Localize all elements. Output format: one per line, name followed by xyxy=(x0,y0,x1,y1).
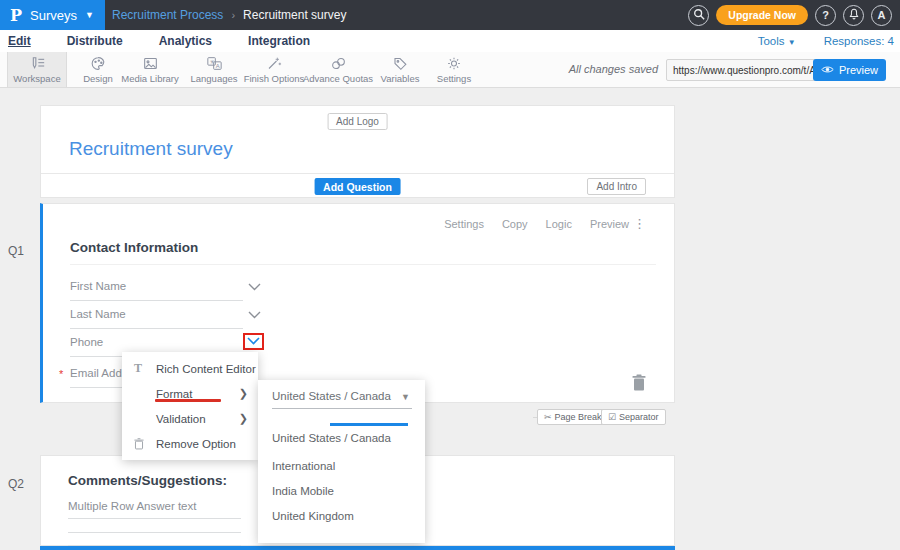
trash-icon xyxy=(134,438,156,450)
caret-down-icon: ▼ xyxy=(788,38,796,47)
field-label-first-name[interactable]: First Name xyxy=(70,280,126,292)
eye-icon xyxy=(821,64,834,76)
format-submenu: United States / Canada ▼ United States /… xyxy=(258,380,425,543)
format-option-us-canada[interactable]: United States / Canada xyxy=(272,432,391,444)
svg-text:A: A xyxy=(215,62,219,68)
bell-icon xyxy=(848,8,860,22)
variables-icon xyxy=(392,56,408,71)
svg-text:✳: ✳ xyxy=(209,58,214,64)
toolbar-item-languages[interactable]: ✳A Languages xyxy=(186,52,242,87)
multirow-answer-placeholder[interactable]: Multiple Row Answer text xyxy=(68,500,196,512)
field-label-phone[interactable]: Phone xyxy=(70,336,103,348)
search-icon xyxy=(693,8,705,22)
required-asterisk: * xyxy=(59,368,63,380)
top-bar: P Surveys ▼ Recruitment Process › Recrui… xyxy=(0,0,900,30)
format-select[interactable]: United States / Canada ▼ xyxy=(272,390,412,409)
toolbar-item-advance-quotas[interactable]: Advance Quotas xyxy=(303,52,373,87)
divider xyxy=(70,264,656,265)
question-preview-link[interactable]: Preview xyxy=(590,218,629,230)
toolbar-item-workspace[interactable]: Workspace xyxy=(7,52,67,87)
field-dropdown-last-name[interactable] xyxy=(248,311,261,319)
survey-url-input[interactable] xyxy=(667,65,816,76)
tab-bar: Edit Distribute Analytics Integration To… xyxy=(0,30,900,52)
finish-options-icon xyxy=(266,56,282,71)
delete-question-icon[interactable] xyxy=(632,374,646,395)
toolbar-item-variables[interactable]: Variables xyxy=(373,52,427,87)
upgrade-now-button[interactable]: Upgrade Now xyxy=(716,5,808,25)
question-copy-link[interactable]: Copy xyxy=(502,218,528,230)
field-underline xyxy=(70,328,243,329)
survey-header-card: Add Logo Recruitment survey Add Question… xyxy=(40,105,675,198)
tab-distribute[interactable]: Distribute xyxy=(67,34,123,48)
toolbar-item-settings[interactable]: Settings xyxy=(428,52,480,87)
divider xyxy=(41,173,674,174)
tab-integration[interactable]: Integration xyxy=(248,34,310,48)
rich-text-icon: T xyxy=(134,361,156,376)
field-label-last-name[interactable]: Last Name xyxy=(70,308,126,320)
focus-indicator xyxy=(330,423,408,426)
add-logo-button[interactable]: Add Logo xyxy=(327,113,388,130)
add-intro-button[interactable]: Add Intro xyxy=(587,178,646,195)
submenu-arrow-icon: ❯ xyxy=(239,387,248,400)
add-question-button[interactable]: Add Question xyxy=(314,178,401,195)
search-button[interactable] xyxy=(688,5,709,26)
breadcrumb-separator: › xyxy=(231,9,235,21)
survey-title[interactable]: Recruitment survey xyxy=(69,138,233,160)
field-underline xyxy=(70,300,243,301)
answer-underline xyxy=(68,532,241,533)
workspace-icon xyxy=(29,56,46,71)
page-break-button[interactable]: ✂ Page Break xyxy=(537,409,609,425)
caret-down-icon: ▼ xyxy=(401,392,410,402)
menu-item-validation[interactable]: Validation ❯ xyxy=(122,406,258,431)
menu-item-remove-option[interactable]: Remove Option xyxy=(122,431,258,456)
settings-icon xyxy=(446,56,462,71)
format-option-india-mobile[interactable]: India Mobile xyxy=(272,485,334,497)
question-settings-link[interactable]: Settings xyxy=(444,218,484,230)
scissors-icon: ✂ xyxy=(544,412,552,422)
caret-down-icon: ▼ xyxy=(85,10,94,20)
media-library-icon xyxy=(142,56,159,71)
breadcrumb: Recruitment Process › Recruitment survey xyxy=(112,0,346,30)
question-title-q2[interactable]: Comments/Suggestions: xyxy=(68,473,227,488)
languages-icon: ✳A xyxy=(206,56,223,71)
format-option-international[interactable]: International xyxy=(272,460,335,472)
tools-menu[interactable]: Tools ▼ xyxy=(758,35,796,47)
question-number-q1: Q1 xyxy=(8,244,24,258)
breadcrumb-parent[interactable]: Recruitment Process xyxy=(112,8,223,22)
surveys-menu-label: Surveys xyxy=(30,8,77,23)
menu-item-format[interactable]: Format ❯ xyxy=(122,381,258,406)
question-title-q1[interactable]: Contact Information xyxy=(70,240,198,255)
field-dropdown-first-name[interactable] xyxy=(248,283,261,291)
submenu-arrow-icon: ❯ xyxy=(239,412,248,425)
responses-link[interactable]: Responses: 4 xyxy=(824,35,894,47)
option-context-menu: T Rich Content Editor Format ❯ Validatio… xyxy=(122,352,258,460)
notifications-button[interactable] xyxy=(843,5,864,26)
toolbar-item-media-library[interactable]: Media Library xyxy=(117,52,183,87)
highlight-red-box xyxy=(243,333,264,350)
surveys-menu[interactable]: P Surveys ▼ xyxy=(0,0,105,30)
answer-underline xyxy=(68,518,241,519)
tab-edit[interactable]: Edit xyxy=(8,34,31,48)
question-logic-link[interactable]: Logic xyxy=(546,218,572,230)
questionpro-logo: P xyxy=(10,6,22,25)
toolbar-item-finish-options[interactable]: Finish Options xyxy=(243,52,305,87)
preview-button[interactable]: Preview xyxy=(813,59,886,81)
format-highlight-underline xyxy=(155,399,221,402)
save-status: All changes saved xyxy=(569,63,658,75)
question-number-q2: Q2 xyxy=(8,477,24,491)
avatar[interactable]: A xyxy=(871,5,892,26)
menu-item-rich-content-editor[interactable]: T Rich Content Editor xyxy=(122,356,258,381)
format-option-united-kingdom[interactable]: United Kingdom xyxy=(272,510,354,522)
tab-analytics[interactable]: Analytics xyxy=(159,34,212,48)
design-icon xyxy=(90,56,106,71)
breadcrumb-current: Recruitment survey xyxy=(243,8,346,22)
separator-icon: ☑ xyxy=(608,412,616,422)
survey-url-box: ✎ xyxy=(666,59,830,81)
survey-toolbar: Workspace Design Media Library ✳A Langua… xyxy=(0,52,900,88)
help-button[interactable]: ? xyxy=(815,5,836,26)
separator-button[interactable]: ☑ Separator xyxy=(601,409,666,425)
next-question-border xyxy=(40,546,675,550)
advance-quotas-icon xyxy=(330,56,347,71)
question-menu-icon[interactable]: ⋮ xyxy=(633,216,646,231)
